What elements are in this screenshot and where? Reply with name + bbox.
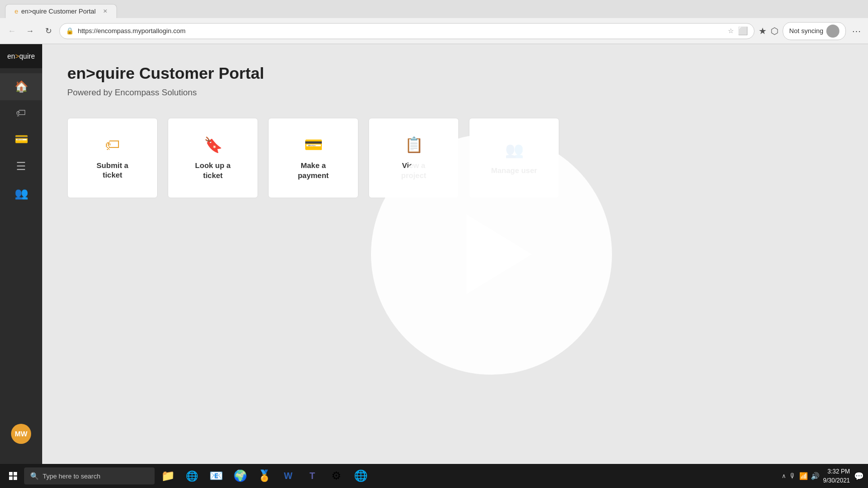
sidebar-logo: en>quire (0, 44, 42, 68)
forward-button[interactable]: → (23, 24, 37, 38)
taskbar-file-explorer[interactable]: 📁 (157, 465, 179, 487)
word-icon: W (284, 471, 293, 481)
windows-logo-icon (9, 472, 17, 480)
sidebar-item-list[interactable]: ☰ (0, 153, 42, 180)
look-ticket-card[interactable]: 🔖 Look up aticket (168, 118, 258, 198)
taskbar-settings[interactable]: ⚙ (325, 465, 347, 487)
logo-text: en>quire (8, 52, 35, 60)
globe-icon: 🌍 (233, 469, 247, 482)
taskbar-search-placeholder: Type here to search (43, 472, 100, 480)
taskbar-time-display: 3:32 PM (823, 467, 850, 476)
favorites-icon[interactable]: ★ (759, 26, 767, 37)
taskbar-word[interactable]: W (277, 465, 299, 487)
star-icon[interactable]: ☆ (728, 27, 734, 35)
refresh-button[interactable]: ↻ (41, 24, 55, 38)
notification-icon[interactable]: 💬 (854, 471, 864, 481)
not-syncing-label: Not syncing (789, 27, 823, 35)
collections-icon[interactable]: ⬡ (771, 26, 779, 37)
look-ticket-label: Look up aticket (195, 160, 231, 180)
menu-dots[interactable]: ⋯ (850, 26, 863, 37)
outlook-icon: 📧 (209, 469, 223, 482)
user-initials: MW (15, 430, 28, 438)
edge-icon: 🌐 (354, 469, 367, 482)
lock-icon: 🔒 (66, 27, 74, 35)
taskbar-teams[interactable]: T (301, 465, 323, 487)
page-subtitle: Powered by Encompass Solutions (67, 88, 843, 98)
submit-ticket-label: Submit aticket (96, 160, 128, 180)
windows-start-button[interactable] (4, 467, 22, 485)
file-explorer-icon: 📁 (161, 469, 175, 482)
taskbar-right: ∧ 🎙 📶 🔊 3:32 PM 9/30/2021 💬 (782, 467, 864, 485)
browser-toolbar: ← → ↻ 🔒 https://encompass.myportallogin.… (0, 18, 868, 44)
taskbar-search-icon: 🔍 (30, 472, 39, 480)
play-button-icon (466, 214, 532, 294)
volume-icon[interactable]: 🔊 (811, 472, 819, 480)
network-icon[interactable]: 📶 (799, 472, 808, 480)
taskbar-edge[interactable]: 🌐 (349, 465, 371, 487)
look-ticket-icon: 🔖 (204, 136, 222, 153)
sidebar-item-home[interactable]: 🏠 (0, 73, 42, 100)
tab-bar: e en>quire Customer Portal ✕ (0, 0, 868, 18)
address-bar[interactable]: 🔒 https://encompass.myportallogin.com ☆ … (59, 23, 755, 39)
browser-app-icon: 🌐 (186, 470, 198, 482)
tab-close-icon[interactable]: ✕ (103, 8, 107, 15)
taskbar-date-display: 9/30/2021 (823, 476, 850, 485)
settings-icon: ⚙ (331, 469, 341, 482)
sidebar: en>quire 🏠 🏷 💳 ☰ 👥 MW (0, 44, 42, 464)
badge-icon: 🏅 (258, 469, 271, 482)
video-overlay[interactable] (371, 134, 612, 375)
sidebar-bottom: MW (11, 424, 31, 454)
back-button[interactable]: ← (5, 24, 19, 38)
sidebar-item-payments[interactable]: 💳 (0, 126, 42, 153)
tag-icon: 🏷 (16, 107, 26, 119)
profile-avatar (826, 25, 839, 38)
not-syncing-button[interactable]: Not syncing (783, 22, 846, 40)
taskbar-search[interactable]: 🔍 Type here to search (24, 467, 155, 484)
teams-icon: T (310, 471, 315, 481)
taskbar-badge[interactable]: 🏅 (253, 465, 275, 487)
page-title: en>quire Customer Portal (67, 64, 843, 83)
chevron-up-icon[interactable]: ∧ (782, 472, 786, 479)
browser-content: en>quire 🏠 🏷 💳 ☰ 👥 MW (0, 44, 868, 464)
sidebar-item-users[interactable]: 👥 (0, 180, 42, 207)
submit-ticket-card[interactable]: 🏷 Submit aticket (67, 118, 158, 198)
main-content: en>quire Customer Portal Powered by Enco… (42, 44, 868, 464)
taskbar-clock[interactable]: 3:32 PM 9/30/2021 (823, 467, 850, 485)
taskbar: 🔍 Type here to search 📁 🌐 📧 🌍 🏅 W T ⚙ 🌐 (0, 464, 868, 488)
taskbar-system-icons: ∧ 🎙 📶 🔊 (782, 472, 819, 480)
active-tab[interactable]: e en>quire Customer Portal ✕ (5, 4, 117, 18)
list-icon: ☰ (16, 160, 26, 173)
users-icon: 👥 (15, 187, 28, 200)
url-text: https://encompass.myportallogin.com (78, 27, 724, 35)
taskbar-outlook[interactable]: 📧 (205, 465, 227, 487)
screenshot-icon[interactable]: ⬜ (738, 26, 748, 36)
taskbar-browser-app[interactable]: 🌐 (181, 465, 203, 487)
make-payment-label: Make apayment (298, 160, 329, 180)
sidebar-item-tags[interactable]: 🏷 (0, 100, 42, 126)
make-payment-icon: 💳 (304, 136, 323, 153)
tab-favicon: e (15, 8, 18, 15)
make-payment-card[interactable]: 💳 Make apayment (268, 118, 358, 198)
user-avatar[interactable]: MW (11, 424, 31, 444)
submit-ticket-icon: 🏷 (105, 136, 120, 153)
mic-icon[interactable]: 🎙 (789, 472, 796, 480)
view-project-icon: 📋 (405, 136, 423, 153)
taskbar-globe[interactable]: 🌍 (229, 465, 251, 487)
tab-title: en>quire Customer Portal (21, 8, 96, 15)
browser-actions: ★ ⬡ Not syncing ⋯ (759, 22, 863, 40)
home-icon: 🏠 (15, 80, 28, 93)
payment-icon: 💳 (15, 133, 28, 146)
browser-frame: e en>quire Customer Portal ✕ ← → ↻ 🔒 htt… (0, 0, 868, 488)
